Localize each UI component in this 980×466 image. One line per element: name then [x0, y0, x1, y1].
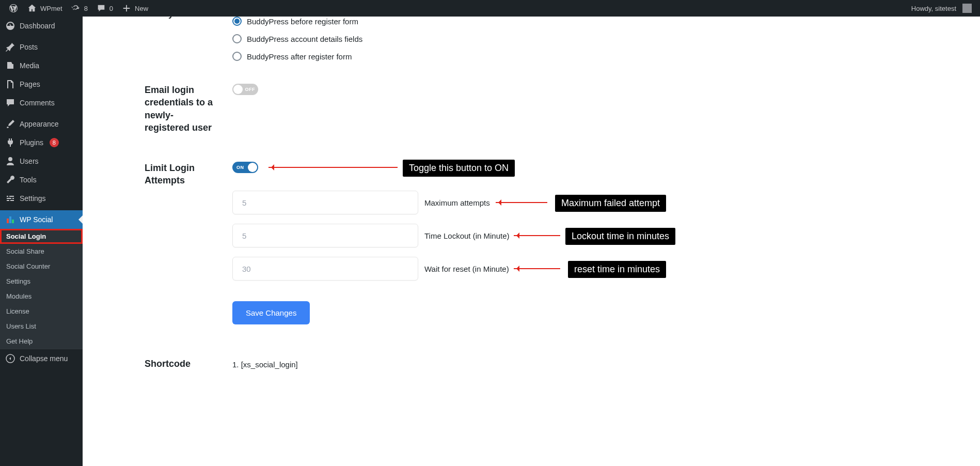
- annotation-arrow: [268, 167, 398, 168]
- sidebar-item-dashboard[interactable]: Dashboard: [0, 17, 83, 35]
- annotation-reset-time: reset time in minutes: [568, 261, 666, 278]
- media-icon: [5, 60, 15, 71]
- admin-bar: WPmet 8 0 New Howdy, sitetest: [0, 0, 980, 17]
- sidebar-sub-social-login[interactable]: Social Login: [0, 229, 83, 244]
- sidebar-item-pages[interactable]: Pages: [0, 75, 83, 94]
- sidebar-item-label: Plugins: [20, 138, 43, 147]
- site-name: WPmet: [40, 5, 62, 12]
- wait-reset-label: Wait for reset (in Minute): [424, 265, 509, 273]
- shortcode-item: 1. [xs_social_login]: [232, 358, 980, 371]
- sidebar-item-label: Posts: [20, 43, 38, 51]
- pages-icon: [5, 79, 15, 89]
- collapse-menu-button[interactable]: Collapse menu: [0, 349, 83, 368]
- plug-icon: [5, 137, 15, 148]
- sidebar-sub-settings[interactable]: Settings: [0, 274, 83, 289]
- sidebar-sub-get-help[interactable]: Get Help: [0, 334, 83, 349]
- shortcode-heading: Shortcode: [83, 358, 232, 370]
- howdy-text: Howdy, sitetest: [911, 5, 956, 12]
- radio-bp-before[interactable]: BuddyPress before register form: [232, 17, 980, 26]
- updates-count: 8: [84, 5, 88, 12]
- account-menu[interactable]: Howdy, sitetest: [907, 0, 976, 17]
- sidebar-submenu: Social Login Social Share Social Counter…: [0, 229, 83, 349]
- sidebar-item-label: Pages: [20, 80, 40, 88]
- radio-icon: [232, 17, 242, 26]
- wordpress-icon: [8, 3, 19, 13]
- radio-bp-details[interactable]: BuddyPress account details fields: [232, 34, 980, 43]
- radio-icon: [232, 34, 242, 43]
- admin-bar-right: Howdy, sitetest: [907, 0, 976, 17]
- home-icon: [27, 3, 37, 13]
- sidebar-item-wp-social[interactable]: WP Social: [0, 210, 83, 229]
- sidebar-item-label: Settings: [20, 194, 46, 203]
- annotation-arrow: [514, 235, 560, 236]
- sidebar-sub-users-list[interactable]: Users List: [0, 319, 83, 334]
- sliders-icon: [5, 193, 15, 204]
- plugins-badge: 8: [50, 138, 59, 147]
- annotation-arrow: [496, 202, 547, 203]
- comment-icon: [96, 3, 106, 13]
- save-button[interactable]: Save Changes: [232, 301, 310, 324]
- sidebar-item-label: Comments: [20, 99, 55, 107]
- dashboard-icon: [5, 21, 15, 31]
- time-lockout-input[interactable]: [232, 224, 418, 247]
- new-label: New: [135, 5, 148, 12]
- sidebar-item-label: Tools: [20, 176, 37, 184]
- update-icon: [71, 3, 81, 13]
- max-attempts-input[interactable]: [232, 191, 418, 214]
- wp-logo-menu[interactable]: [4, 0, 23, 17]
- wait-reset-input[interactable]: [232, 257, 418, 281]
- sidebar-item-label: WP Social: [20, 215, 53, 224]
- sidebar-item-label: Appearance: [20, 120, 59, 128]
- radio-icon: [232, 52, 242, 61]
- collapse-label: Collapse menu: [20, 354, 68, 363]
- comments-count: 0: [109, 5, 113, 12]
- sidebar-item-users[interactable]: Users: [0, 152, 83, 170]
- sidebar-item-appearance[interactable]: Appearance: [0, 115, 83, 133]
- sidebar-sub-social-share[interactable]: Social Share: [0, 244, 83, 259]
- email-login-label: Email login credentials to a newly-regis…: [83, 84, 232, 134]
- sidebar-item-posts[interactable]: Posts: [0, 38, 83, 56]
- svg-rect-1: [9, 216, 11, 223]
- time-lockout-label: Time Lockout (in Minute): [424, 231, 510, 240]
- site-name-menu[interactable]: WPmet: [23, 0, 67, 17]
- updates-menu[interactable]: 8: [67, 0, 92, 17]
- svg-rect-2: [12, 220, 14, 223]
- sidebar-item-plugins[interactable]: Plugins 8: [0, 133, 83, 152]
- sidebar-item-comments[interactable]: Comments: [0, 94, 83, 112]
- main-content: BuddyPress BuddyPress before register fo…: [83, 17, 980, 466]
- sidebar-item-label: Media: [20, 61, 39, 70]
- sidebar-item-media[interactable]: Media: [0, 56, 83, 75]
- svg-rect-0: [7, 219, 9, 223]
- comment-icon: [5, 98, 15, 108]
- sidebar-sub-license[interactable]: License: [0, 304, 83, 319]
- annotation-max-failed: Maximum failed attempt: [555, 195, 666, 212]
- radio-label: BuddyPress after register form: [247, 52, 352, 61]
- sidebar-sub-social-counter[interactable]: Social Counter: [0, 259, 83, 274]
- avatar: [962, 4, 972, 13]
- annotation-arrow: [514, 268, 560, 269]
- user-icon: [5, 156, 15, 166]
- sidebar-item-tools[interactable]: Tools: [0, 170, 83, 189]
- radio-label: BuddyPress before register form: [247, 17, 358, 26]
- limit-login-label: Limit Login Attempts: [83, 162, 232, 187]
- sidebar-item-label: Dashboard: [20, 22, 55, 30]
- collapse-icon: [5, 353, 15, 364]
- max-attempts-label: Maximum attempts: [424, 198, 490, 207]
- admin-bar-left: WPmet 8 0 New: [4, 0, 152, 17]
- annotation-toggle-on: Toggle this button to ON: [403, 160, 515, 177]
- sidebar-item-label: Users: [20, 157, 39, 165]
- comments-menu[interactable]: 0: [92, 0, 117, 17]
- limit-login-toggle[interactable]: [232, 162, 258, 173]
- radio-bp-after[interactable]: BuddyPress after register form: [232, 52, 980, 61]
- email-login-toggle[interactable]: [232, 84, 258, 95]
- annotation-lockout-time: Lockout time in minutes: [565, 228, 675, 245]
- admin-sidebar: Dashboard Posts Media Pages Comments App…: [0, 17, 83, 466]
- plus-icon: [121, 3, 132, 13]
- social-icon: [5, 214, 15, 225]
- sidebar-item-settings[interactable]: Settings: [0, 189, 83, 208]
- sidebar-sub-modules[interactable]: Modules: [0, 289, 83, 304]
- brush-icon: [5, 119, 15, 129]
- wrench-icon: [5, 175, 15, 185]
- new-menu[interactable]: New: [117, 0, 152, 17]
- radio-label: BuddyPress account details fields: [247, 35, 362, 43]
